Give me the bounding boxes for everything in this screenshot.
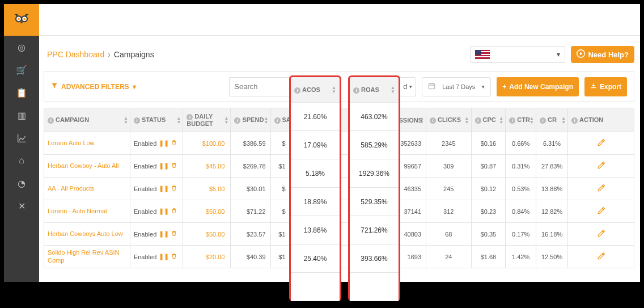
- top-bar: [39, 4, 640, 36]
- cr-value: 27.83%: [536, 155, 568, 178]
- roas-cell: 1929.36%: [350, 159, 399, 188]
- col-campaign[interactable]: CAMPAIGN: [56, 116, 89, 123]
- export-button[interactable]: Export: [584, 77, 627, 96]
- need-help-label: Need Help?: [588, 50, 629, 59]
- breadcrumb-separator: ›: [108, 50, 111, 59]
- roas-cell: 393.66%: [350, 244, 399, 273]
- chevron-down-icon: ▾: [557, 50, 560, 58]
- trash-icon[interactable]: [171, 208, 177, 215]
- pause-icon[interactable]: ❚❚: [159, 208, 169, 215]
- pause-icon[interactable]: ❚❚: [159, 162, 169, 170]
- sales-value: $1: [270, 155, 290, 178]
- daily-budget-value[interactable]: $100.00: [187, 140, 227, 147]
- col-cr[interactable]: CR: [548, 116, 557, 123]
- pause-icon[interactable]: ❚❚: [159, 253, 169, 260]
- trash-icon[interactable]: [171, 253, 177, 260]
- roas-cell: [350, 273, 399, 301]
- nav-target[interactable]: ◎: [4, 36, 39, 58]
- country-select[interactable]: ▾: [470, 46, 565, 63]
- cpc-value: $0.87: [471, 155, 506, 178]
- edit-button[interactable]: [597, 162, 605, 171]
- need-help-button[interactable]: Need Help?: [571, 46, 634, 63]
- campaign-link[interactable]: Lorann - Auto Normal: [48, 208, 107, 215]
- ctr-value: 0.17%: [506, 223, 536, 246]
- chevron-down-icon: ▾: [482, 84, 485, 90]
- cr-value: 13.88%: [536, 178, 568, 200]
- calendar-icon: [428, 82, 435, 91]
- svg-point-5: [23, 18, 26, 20]
- breadcrumb: PPC Dashboard › Campaigns: [47, 50, 154, 59]
- plus-icon: +: [502, 83, 506, 91]
- ctr-value: 0.84%: [506, 200, 536, 223]
- trash-icon[interactable]: [171, 162, 177, 170]
- nav-clipboard[interactable]: 📋: [4, 81, 39, 104]
- col-status[interactable]: STATUS: [142, 116, 166, 123]
- edit-button[interactable]: [597, 230, 605, 239]
- edit-button[interactable]: [597, 185, 605, 194]
- roas-cell: 721.26%: [350, 216, 399, 244]
- acos-cell: 25.40%: [291, 244, 340, 273]
- status-select-fragment[interactable]: d ▾: [399, 77, 416, 96]
- nav-house[interactable]: ⌂: [4, 149, 39, 172]
- cpc-value: $0.16: [471, 132, 506, 155]
- cpc-value: $0.35: [471, 223, 506, 246]
- roas-cell: 585.29%: [350, 131, 399, 159]
- spend-value: $386.59: [231, 132, 270, 155]
- col-action: ACTION: [579, 116, 603, 123]
- download-icon: [590, 82, 597, 91]
- sales-value: $: [270, 178, 290, 200]
- breadcrumb-link[interactable]: PPC Dashboard: [47, 50, 104, 59]
- edit-button[interactable]: [597, 208, 605, 217]
- daily-budget-value[interactable]: $50.00: [187, 208, 227, 215]
- nav-chart[interactable]: [4, 126, 39, 149]
- campaign-link[interactable]: Herban Cowboys Auto Low: [48, 230, 123, 238]
- campaign-link[interactable]: Herban Cowboy - Auto All: [48, 162, 118, 170]
- clicks-value: 309: [426, 155, 471, 178]
- search-input[interactable]: [229, 77, 296, 96]
- nav-window[interactable]: ▥: [4, 104, 39, 126]
- trash-icon[interactable]: [171, 185, 177, 192]
- clicks-value: 2345: [426, 132, 471, 155]
- chevron-down-icon: ▾: [409, 84, 412, 90]
- daily-budget-value[interactable]: $50.00: [187, 231, 227, 238]
- trash-icon[interactable]: [171, 140, 177, 147]
- funnel-icon: [51, 82, 58, 91]
- nav-gauge[interactable]: ◔: [4, 172, 39, 195]
- nav-cart[interactable]: 🛒: [4, 58, 39, 81]
- pause-icon[interactable]: ❚❚: [159, 230, 169, 238]
- col-ctr[interactable]: CTR: [517, 116, 530, 123]
- cpc-value: $1.68: [471, 246, 506, 268]
- brand-logo[interactable]: [4, 4, 39, 36]
- daily-budget-value[interactable]: $20.00: [187, 254, 227, 260]
- campaign-link[interactable]: Solido High Rel Rev ASIN Comp: [48, 249, 126, 264]
- nav-tools[interactable]: ✕: [4, 195, 39, 217]
- campaign-link[interactable]: AA - All Products: [48, 185, 94, 192]
- edit-button[interactable]: [597, 253, 605, 262]
- col-spend[interactable]: SPEND: [242, 116, 264, 123]
- col-cpc[interactable]: CPC: [483, 116, 496, 123]
- pause-icon[interactable]: ❚❚: [159, 140, 169, 147]
- export-label: Export: [600, 83, 621, 91]
- date-range-label: Last 7 Days: [442, 83, 475, 90]
- acos-cell: 13.86%: [291, 216, 340, 244]
- campaign-link[interactable]: Lorann Auto Low: [48, 140, 95, 147]
- add-campaign-button[interactable]: + Add New Campaign: [497, 77, 579, 96]
- edit-button[interactable]: [597, 140, 605, 149]
- cpc-value: $0.12: [471, 178, 506, 200]
- col-acos[interactable]: ACOS: [302, 86, 320, 93]
- daily-budget-value[interactable]: $5.00: [187, 185, 227, 192]
- pause-icon[interactable]: ❚❚: [159, 185, 169, 192]
- roas-cell: 529.35%: [350, 188, 399, 216]
- cr-value: 6.31%: [536, 132, 568, 155]
- cpc-value: $0.23: [471, 200, 506, 223]
- clicks-value: 68: [426, 223, 471, 246]
- col-clicks[interactable]: CLICKS: [438, 116, 461, 123]
- advanced-filters-button[interactable]: ADVANCED FILTERS ▾: [51, 82, 136, 91]
- status-label: Enabled: [134, 231, 156, 238]
- date-range-select[interactable]: Last 7 Days ▾: [422, 77, 491, 96]
- trash-icon[interactable]: [171, 230, 177, 238]
- daily-budget-value[interactable]: $45.00: [187, 163, 227, 170]
- breadcrumb-row: PPC Dashboard › Campaigns ▾ Need Help?: [39, 36, 640, 71]
- col-roas[interactable]: ROAS: [361, 86, 379, 93]
- cr-value: 16.18%: [536, 223, 568, 246]
